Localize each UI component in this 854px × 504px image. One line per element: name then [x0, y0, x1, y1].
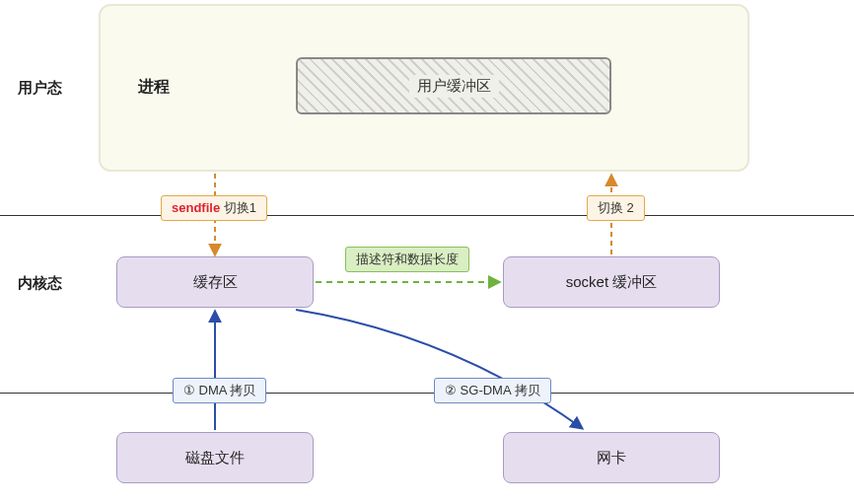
node-cache: 缓存区	[116, 256, 314, 308]
label-sgdma: ② SG-DMA 拷贝	[434, 378, 551, 403]
node-cache-label: 缓存区	[193, 273, 238, 292]
label-desc-len: 描述符和数据长度	[345, 247, 469, 272]
hline-top	[0, 215, 854, 216]
user-buffer-label: 用户缓冲区	[409, 75, 499, 98]
process-label: 进程	[138, 77, 170, 98]
layer-label-kernel: 内核态	[18, 274, 62, 293]
node-socket-buf-label: socket 缓冲区	[566, 273, 658, 292]
label-switch1-suffix: 切换1	[220, 200, 256, 215]
node-disk-label: 磁盘文件	[185, 449, 245, 468]
label-switch2: 切换 2	[587, 195, 645, 221]
label-switch1: sendfile 切换1	[161, 195, 267, 221]
label-dma: ① DMA 拷贝	[173, 378, 266, 403]
node-disk: 磁盘文件	[116, 432, 314, 483]
user-buffer-box: 用户缓冲区	[296, 57, 611, 114]
hline-bottom	[0, 393, 854, 394]
label-switch1-prefix: sendfile	[172, 200, 220, 215]
node-nic: 网卡	[503, 432, 720, 483]
layer-label-user: 用户态	[18, 79, 62, 98]
node-socket-buf: socket 缓冲区	[503, 256, 720, 308]
node-nic-label: 网卡	[597, 449, 626, 468]
